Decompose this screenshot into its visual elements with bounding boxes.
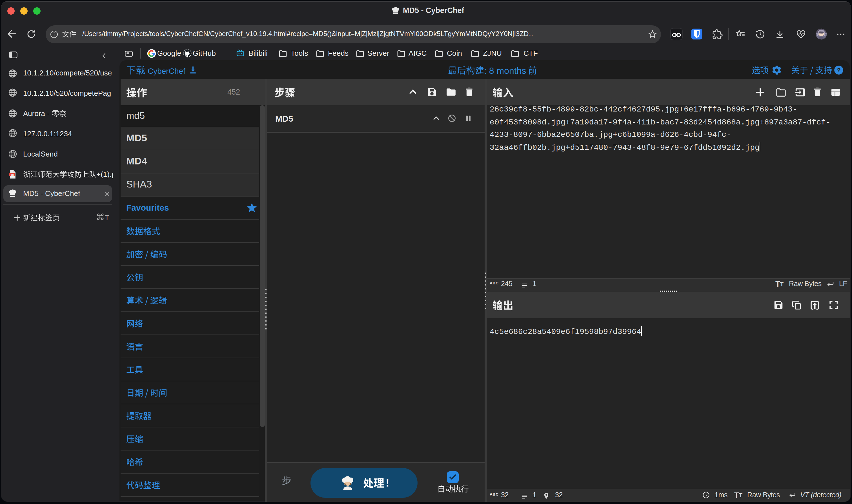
svg-text:?: ? [836, 67, 840, 74]
svg-text:PDF: PDF [10, 174, 15, 176]
